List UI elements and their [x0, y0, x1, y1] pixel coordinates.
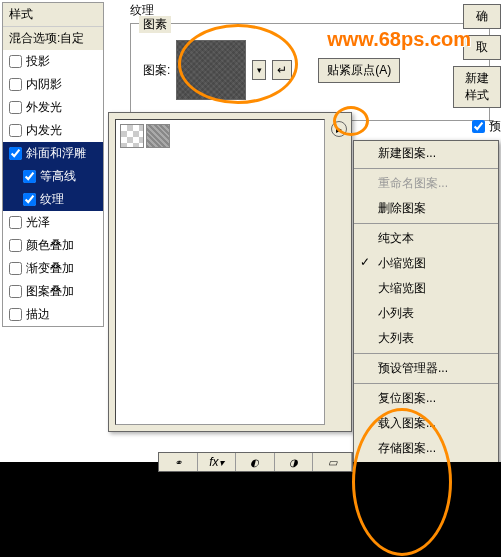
new-style-button[interactable]: 新建样式	[453, 66, 501, 108]
new-pattern-button[interactable]: ↵	[272, 60, 292, 80]
pattern-swatch[interactable]	[176, 40, 246, 100]
style-item-outer-glow[interactable]: 外发光	[3, 96, 103, 119]
style-item-pattern-overlay[interactable]: 图案叠加	[3, 280, 103, 303]
toolbar-fx-icon[interactable]: fx▾	[198, 453, 237, 471]
checkbox[interactable]	[9, 216, 22, 229]
pattern-label: 图案:	[143, 62, 170, 79]
toolbar-link-icon[interactable]: ⚭	[159, 453, 198, 471]
style-label: 光泽	[26, 214, 50, 231]
pattern-group-label: 图素	[139, 16, 171, 33]
checkbox[interactable]	[9, 308, 22, 321]
menu-large-thumb[interactable]: 大缩览图	[354, 276, 498, 301]
style-item-bevel[interactable]: 斜面和浮雕	[3, 142, 103, 165]
checkbox[interactable]	[23, 170, 36, 183]
preview-label: 预	[489, 118, 501, 135]
menu-separator	[354, 383, 498, 384]
menu-separator	[354, 353, 498, 354]
style-label: 内发光	[26, 122, 62, 139]
pattern-thumbnails[interactable]	[115, 119, 325, 425]
toolbar-folder-icon[interactable]: ▭	[313, 453, 352, 471]
style-list: 投影 内阴影 外发光 内发光 斜面和浮雕 等高线 纹理 光泽 颜色叠加 渐变叠加…	[3, 50, 103, 326]
style-item-color-overlay[interactable]: 颜色叠加	[3, 234, 103, 257]
checkbox[interactable]	[9, 147, 22, 160]
menu-rename-pattern: 重命名图案...	[354, 171, 498, 196]
menu-delete-pattern[interactable]: 删除图案	[354, 196, 498, 221]
blend-options[interactable]: 混合选项:自定	[3, 27, 103, 50]
style-item-contour[interactable]: 等高线	[3, 165, 103, 188]
style-label: 描边	[26, 306, 50, 323]
style-item-inner-shadow[interactable]: 内阴影	[3, 73, 103, 96]
menu-load-patterns[interactable]: 载入图案...	[354, 411, 498, 436]
menu-separator	[354, 223, 498, 224]
preview-checkbox-row[interactable]: 预	[472, 118, 501, 135]
style-item-inner-glow[interactable]: 内发光	[3, 119, 103, 142]
style-label: 颜色叠加	[26, 237, 74, 254]
style-item-satin[interactable]: 光泽	[3, 211, 103, 234]
style-label: 纹理	[40, 191, 64, 208]
styles-panel: 样式 混合选项:自定 投影 内阴影 外发光 内发光 斜面和浮雕 等高线 纹理 光…	[2, 2, 104, 327]
dialog-buttons: 确 取 新建样式 预	[453, 4, 501, 135]
style-label: 内阴影	[26, 76, 62, 93]
style-item-gradient-overlay[interactable]: 渐变叠加	[3, 257, 103, 280]
pattern-thumb[interactable]	[120, 124, 144, 148]
pattern-picker-popup: ▸	[108, 112, 352, 432]
style-label: 等高线	[40, 168, 76, 185]
checkbox[interactable]	[9, 55, 22, 68]
menu-text-only[interactable]: 纯文本	[354, 226, 498, 251]
texture-section-label: 纹理	[130, 2, 490, 19]
style-item-texture[interactable]: 纹理	[3, 188, 103, 211]
check-icon: ✓	[360, 255, 370, 269]
checkbox[interactable]	[9, 262, 22, 275]
checkbox[interactable]	[23, 193, 36, 206]
style-label: 投影	[26, 53, 50, 70]
pattern-thumb[interactable]	[146, 124, 170, 148]
style-label: 斜面和浮雕	[26, 145, 86, 162]
menu-small-thumb[interactable]: ✓小缩览图	[354, 251, 498, 276]
checkbox[interactable]	[9, 124, 22, 137]
menu-preset-manager[interactable]: 预设管理器...	[354, 356, 498, 381]
style-label: 渐变叠加	[26, 260, 74, 277]
flyout-menu-button[interactable]: ▸	[331, 121, 347, 137]
ok-button[interactable]: 确	[463, 4, 501, 29]
checkbox[interactable]	[9, 285, 22, 298]
checkbox[interactable]	[9, 101, 22, 114]
texture-panel: 纹理 图素 图案: ↵ 贴紧原点(A)	[130, 2, 490, 121]
canvas-area	[0, 462, 501, 557]
style-label: 图案叠加	[26, 283, 74, 300]
preview-checkbox[interactable]	[472, 120, 485, 133]
toolbar-adjustment-icon[interactable]: ◑	[275, 453, 314, 471]
style-item-stroke[interactable]: 描边	[3, 303, 103, 326]
menu-reset-patterns[interactable]: 复位图案...	[354, 386, 498, 411]
menu-save-patterns[interactable]: 存储图案...	[354, 436, 498, 461]
menu-separator	[354, 168, 498, 169]
snap-origin-button[interactable]: 贴紧原点(A)	[318, 58, 400, 83]
toolbar-mask-icon[interactable]: ◐	[236, 453, 275, 471]
styles-header: 样式	[3, 3, 103, 27]
menu-large-list[interactable]: 大列表	[354, 326, 498, 351]
style-item-drop-shadow[interactable]: 投影	[3, 50, 103, 73]
watermark: www.68ps.com	[327, 28, 471, 51]
style-label: 外发光	[26, 99, 62, 116]
checkbox[interactable]	[9, 239, 22, 252]
menu-new-pattern[interactable]: 新建图案...	[354, 141, 498, 166]
menu-small-list[interactable]: 小列表	[354, 301, 498, 326]
fx-label: fx	[209, 455, 218, 469]
pattern-dropdown-button[interactable]	[252, 60, 266, 80]
layers-toolbar: ⚭ fx▾ ◐ ◑ ▭	[158, 452, 353, 472]
menu-label: 小缩览图	[378, 256, 426, 270]
checkbox[interactable]	[9, 78, 22, 91]
